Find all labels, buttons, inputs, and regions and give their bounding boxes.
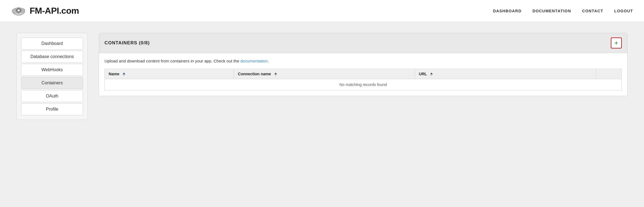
- containers-table: Name Connection name: [104, 69, 622, 90]
- header: FM-API.com DASHBOARD DOCUMENTATION CONTA…: [0, 0, 644, 22]
- add-container-button[interactable]: +: [611, 38, 622, 48]
- sort-icons-url[interactable]: [430, 73, 433, 76]
- sort-icons-connection[interactable]: [274, 73, 277, 76]
- table-header-row: Name Connection name: [105, 69, 622, 79]
- nav-item-documentation[interactable]: DOCUMENTATION: [532, 9, 571, 13]
- sort-down-url-icon: [430, 74, 433, 76]
- content-body: Upload and download content from contain…: [99, 53, 627, 96]
- sort-up-url-icon: [430, 73, 433, 74]
- sidebar: Dashboard Database connections WebHooks …: [16, 33, 88, 120]
- col-header-url: URL: [415, 69, 596, 79]
- sort-up-connection-icon: [274, 73, 277, 74]
- page-body: Dashboard Database connections WebHooks …: [0, 22, 644, 131]
- empty-message: No matching records found: [105, 79, 622, 90]
- sort-down-connection-icon: [274, 74, 277, 76]
- content-header: CONTAINERS (0/8) +: [99, 33, 627, 53]
- table-empty-row: No matching records found: [105, 79, 622, 90]
- nav-item-contact[interactable]: CONTACT: [582, 9, 603, 13]
- main-nav: DASHBOARD DOCUMENTATION CONTACT LOGOUT: [493, 9, 633, 13]
- description-text: Upload and download content from contain…: [104, 59, 241, 63]
- logo-area: FM-API.com: [11, 4, 79, 18]
- sidebar-item-containers[interactable]: Containers: [21, 77, 83, 89]
- col-header-name: Name: [105, 69, 234, 79]
- sidebar-item-dashboard[interactable]: Dashboard: [21, 38, 83, 50]
- svg-point-4: [18, 9, 20, 11]
- col-header-connection-name: Connection name: [234, 69, 415, 79]
- description-end: .: [268, 59, 269, 63]
- sort-up-name-icon: [123, 73, 125, 74]
- main-content: CONTAINERS (0/8) + Upload and download c…: [99, 33, 628, 96]
- documentation-link[interactable]: documentation: [241, 59, 268, 63]
- sidebar-item-oauth[interactable]: OAuth: [21, 90, 83, 102]
- nav-item-logout[interactable]: LOGOUT: [614, 9, 633, 13]
- logo-icon: [11, 4, 26, 18]
- description: Upload and download content from contain…: [104, 59, 622, 63]
- logo-text: FM-API.com: [30, 6, 79, 16]
- col-header-actions: [596, 69, 622, 79]
- content-title: CONTAINERS (0/8): [104, 40, 150, 46]
- sidebar-item-profile[interactable]: Profile: [21, 103, 83, 115]
- sidebar-item-webhooks[interactable]: WebHooks: [21, 64, 83, 76]
- sort-icons-name[interactable]: [123, 73, 125, 76]
- sort-down-name-icon: [123, 74, 125, 76]
- sidebar-item-database-connections[interactable]: Database connections: [21, 51, 83, 63]
- nav-item-dashboard[interactable]: DASHBOARD: [493, 9, 522, 13]
